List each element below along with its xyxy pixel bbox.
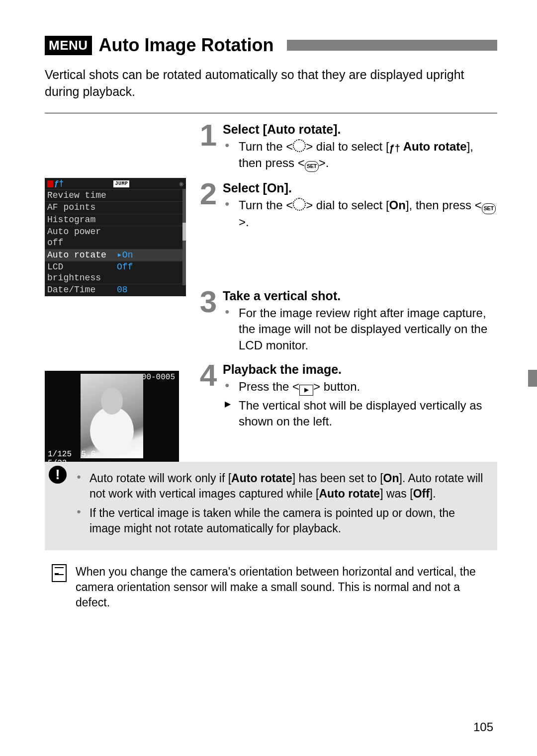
- menu-item: LCD brightness: [47, 262, 117, 283]
- page-heading: MENU Auto Image Rotation: [45, 35, 497, 56]
- menu-value: Off: [117, 262, 133, 283]
- note-icon: [52, 564, 67, 582]
- setup-tools-icon: ƒ†: [389, 142, 400, 155]
- menu-item: Review time: [47, 190, 117, 201]
- menu-item-selected: Auto rotate: [47, 250, 117, 261]
- jump-badge: JUMP: [113, 180, 129, 187]
- step-title: Playback the image.: [223, 362, 497, 377]
- step-bullet: Turn the <> dial to select [ƒ† Auto rota…: [223, 139, 497, 172]
- vertical-photo: [81, 374, 143, 458]
- menu-item: Auto power off: [47, 227, 117, 248]
- step-number: 3: [194, 289, 223, 355]
- step-number: 2: [194, 181, 223, 232]
- heading-title: Auto Image Rotation: [99, 35, 274, 56]
- step-3: 3 Take a vertical shot. For the image re…: [194, 289, 497, 355]
- aperture: 5.6: [81, 450, 95, 459]
- lcd-playback-screen: 100-0005 1/125 5.6 5/32: [45, 371, 179, 470]
- warning-item: If the vertical image is taken while the…: [76, 505, 487, 536]
- step-bullet: Press the <▶> button.: [223, 379, 497, 396]
- camera-icon: ◉: [179, 180, 183, 188]
- set-button-icon: SET: [305, 161, 319, 172]
- steps-area: ƒ† JUMP ◉ Review time AF points Histogra…: [45, 122, 497, 432]
- shutter-speed: 1/125: [48, 450, 72, 459]
- step-number: 1: [194, 122, 223, 174]
- step-1: 1 Select [Auto rotate]. Turn the <> dial…: [194, 122, 497, 174]
- dial-icon: [293, 198, 306, 211]
- step-title: Select [Auto rotate].: [223, 122, 497, 137]
- camera-tab-icon: [47, 180, 53, 187]
- intro-text: Vertical shots can be rotated automatica…: [45, 67, 497, 100]
- divider: [45, 113, 497, 113]
- heading-bar: [287, 40, 497, 51]
- warning-icon: !: [49, 466, 67, 484]
- set-button-icon: SET: [482, 203, 496, 214]
- step-bullet: For the image review right after image c…: [223, 305, 497, 353]
- menu-item: Date/Time: [47, 285, 117, 296]
- step-title: Take a vertical shot.: [223, 289, 497, 303]
- menu-value: ▸On: [117, 250, 133, 261]
- step-2: 2 Select [On]. Turn the <> dial to selec…: [194, 181, 497, 232]
- step-title: Select [On].: [223, 181, 497, 195]
- tools-tab-icon: ƒ†: [54, 179, 64, 189]
- chapter-tab: [528, 370, 537, 387]
- menu-item: AF points: [47, 202, 117, 213]
- lcd-setup-menu: ƒ† JUMP ◉ Review time AF points Histogra…: [45, 178, 186, 297]
- dial-icon: [293, 139, 306, 152]
- menu-badge: MENU: [45, 36, 92, 55]
- manual-page: MENU Auto Image Rotation Vertical shots …: [0, 0, 537, 756]
- warning-item: Auto rotate will work only if [Auto rota…: [76, 471, 487, 502]
- step-4: 4 Playback the image. Press the <▶> butt…: [194, 362, 497, 432]
- menu-item: Histogram: [47, 215, 117, 226]
- step-result: The vertical shot will be displayed vert…: [223, 398, 497, 430]
- playback-button-icon: ▶: [299, 385, 313, 396]
- step-number: 4: [194, 362, 223, 432]
- page-number: 105: [473, 720, 493, 734]
- note-text: When you change the camera's orientation…: [76, 564, 487, 610]
- note-box: When you change the camera's orientation…: [45, 557, 497, 615]
- step-bullet: Turn the <> dial to select [On], then pr…: [223, 197, 497, 230]
- menu-value: 08: [117, 285, 128, 296]
- lcd-scroll-thumb: [182, 223, 186, 241]
- warning-box: ! Auto rotate will work only if [Auto ro…: [45, 462, 497, 550]
